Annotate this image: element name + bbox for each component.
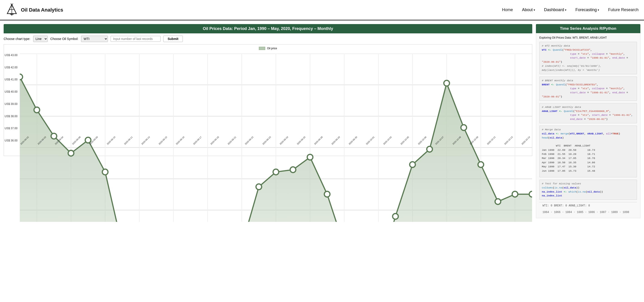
svg-point-35 [51,133,57,139]
svg-point-48 [273,169,279,175]
wti-code-block: # WTI monthly data WTI <- Quandl("FRED/D… [539,42,637,74]
y-axis: US$ 43.00 US$ 42.00 US$ 41.00 US$ 40.00 … [4,54,19,142]
missing-values-result: WTI: 0 BRENT: 0 ARAB_LIGHT: 8 [539,202,637,209]
main-content: Oil Prices Data: Period Jan, 1990 – May,… [0,20,644,222]
forecasting-caret-icon: ▾ [598,8,599,12]
submit-button[interactable]: Submit [163,36,182,42]
legend-label: Oil price [267,47,277,50]
wti-comment: # WTI monthly data [542,44,570,47]
oil-derrick-icon [6,4,18,16]
right-panel-title: Time Series Analysis R/Python [536,24,640,33]
svg-point-34 [34,107,40,113]
svg-point-51 [324,192,330,197]
pagination[interactable]: 1064 · 1066 · 1084 · 1085 · 1086 · 1087 … [539,209,637,216]
svg-point-38 [102,169,108,175]
nav-future-research[interactable]: Future Research [608,8,638,12]
brand: Oil Data Analytics [6,4,63,16]
y-label-6: US$ 37.00 [4,127,18,130]
svg-point-58 [444,80,450,86]
svg-line-8 [12,4,13,4]
y-label-1: US$ 42.00 [4,66,18,69]
intro-text: Exploring Oil Prices Data: WTI, BRENT, A… [539,36,637,40]
svg-point-56 [410,162,415,167]
nav-about[interactable]: About ▾ [522,8,535,12]
svg-line-7 [10,4,11,4]
nav-links: Home About ▾ Dashboard ▾ Forecasting ▾ F… [502,8,638,12]
svg-point-62 [512,192,518,197]
svg-point-47 [256,184,262,190]
y-label-3: US$ 40.00 [4,90,18,93]
table-row: Mar 1990 20.34 17.95 16.76 [542,156,634,160]
left-panel: Oil Prices Data: Period Jan, 1990 – May,… [4,24,536,218]
chart-container: Oil price US$ 43.00 US$ 42.00 US$ 41.00 … [4,44,532,156]
legend-color-box [259,47,265,50]
chart-area: US$ 43.00 US$ 42.00 US$ 41.00 US$ 40.00 … [4,51,532,156]
table-row: Jun 1990 17.05 15.73 15.48 [542,169,634,173]
y-label-0: US$ 43.00 [4,54,18,57]
dashboard-caret-icon: ▾ [565,8,566,12]
nav-home[interactable]: Home [502,8,513,12]
navbar: Oil Data Analytics Home About ▾ Dashboar… [0,0,644,20]
x-axis: 2020-09-02 2020-09-03 2020-09-04 2020-09… [20,142,532,156]
y-label-5: US$ 38.00 [4,115,18,118]
table-row: Feb 1990 21.55 19.20 18.71 [542,152,634,156]
merge-code-block: # Merge Data oil_data <- merge(WTI,BRENT… [539,126,637,177]
svg-point-33 [20,74,23,80]
oil-symbol-label: Choose Oil Symbol: [50,37,78,41]
right-panel: Time Series Analysis R/Python Exploring … [536,24,640,218]
chart-panel-title: Oil Prices Data: Period Jan, 1990 – May,… [4,24,532,34]
svg-point-60 [478,162,484,167]
y-label-4: US$ 39.00 [4,102,18,106]
svg-point-5 [11,4,12,5]
svg-point-63 [529,192,532,197]
code-section: Exploring Oil Prices Data: WTI, BRENT, A… [536,33,640,218]
y-label-2: US$ 41.00 [4,78,18,81]
brent-code-block: # BRENT monthly data BRENT <- Quandl("FR… [539,76,637,101]
svg-point-55 [392,214,398,219]
oil-symbol-select[interactable]: WTI BRENT ARAB LIGHT [81,36,108,42]
svg-point-59 [461,125,467,130]
nav-forecasting[interactable]: Forecasting ▾ [576,8,599,12]
svg-point-61 [495,199,501,204]
about-caret-icon: ▾ [534,8,535,12]
nav-dashboard[interactable]: Dashboard ▾ [544,8,566,12]
chart-type-select[interactable]: Line Bar Area [33,36,48,42]
arab-code-block: # ARAB LIGHT monthly data ARAB_LIGHT <- … [539,103,637,123]
svg-point-49 [290,167,296,172]
missing-code-block: # Test for missing values colSums(is.na(… [539,180,637,200]
chart-type-label: Choose chart type: [4,37,30,41]
table-row: May 1990 17.47 15.30 14.72 [542,164,634,169]
table-header: WTI BRENT ARAB_LIGHT [542,144,634,148]
y-label-7: US$ 36.00 [4,139,18,142]
brand-name: Oil Data Analytics [21,7,63,13]
table-row: Jan 1990 22.69 20.50 19.73 [542,148,634,152]
records-input[interactable] [110,36,160,42]
chart-legend: Oil price [4,47,532,50]
table-row: Apr 1990 18.50 16.35 14.86 [542,160,634,164]
chart-controls: Choose chart type: Line Bar Area Choose … [4,34,532,44]
data-table: WTI BRENT ARAB_LIGHT Jan 1990 22.69 20.5… [542,144,634,173]
